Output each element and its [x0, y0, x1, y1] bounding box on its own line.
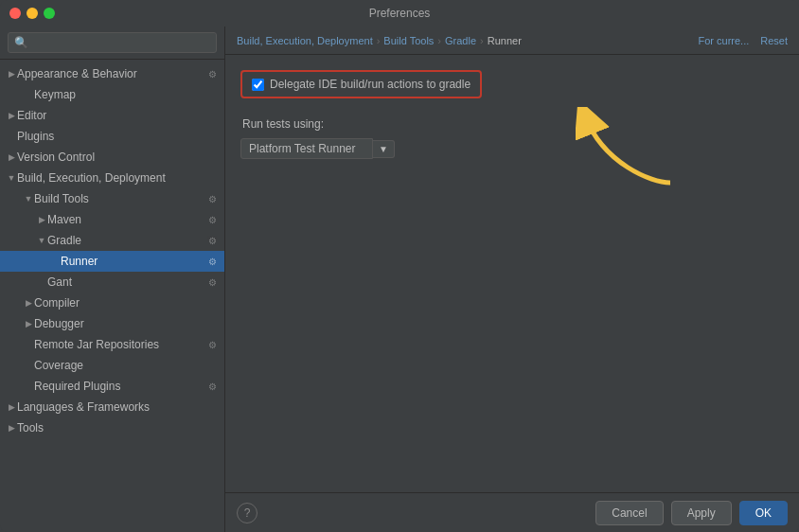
breadcrumb-for-current[interactable]: For curre... — [698, 35, 749, 46]
main-area: ▶Appearance & Behavior⚙Keymap▶EditorPlug… — [0, 27, 799, 532]
remote-jar-label: Remote Jar Repositories — [34, 338, 205, 351]
breadcrumb-reset[interactable]: Reset — [760, 35, 788, 46]
debugger-label: Debugger — [34, 317, 219, 330]
sidebar-item-gant[interactable]: Gant⚙ — [0, 272, 224, 293]
minimize-button[interactable] — [27, 8, 38, 19]
sidebar-item-gradle[interactable]: ▼Gradle⚙ — [0, 230, 224, 251]
plugins-arrow-icon — [6, 131, 17, 142]
tools-label: Tools — [17, 421, 219, 434]
sidebar-item-version-control[interactable]: ▶Version Control — [0, 147, 224, 168]
build-tools-label: Build Tools — [34, 192, 205, 205]
run-tests-dropdown-row: Platform Test RunnerGradleIntelliJ IDEA … — [240, 138, 784, 159]
sidebar-item-build-tools[interactable]: ▼Build Tools⚙ — [0, 188, 224, 209]
ok-button[interactable]: OK — [739, 501, 788, 525]
appearance-label: Appearance & Behavior — [17, 67, 205, 80]
compiler-arrow-icon: ▶ — [23, 297, 34, 309]
sidebar-item-required-plugins[interactable]: Required Plugins⚙ — [0, 376, 224, 397]
maximize-button[interactable] — [44, 8, 55, 19]
breadcrumb-build-tools[interactable]: Build Tools — [383, 35, 434, 46]
search-input[interactable] — [8, 32, 217, 53]
close-button[interactable] — [9, 8, 21, 19]
languages-arrow-icon: ▶ — [6, 401, 17, 413]
gant-settings-icon: ⚙ — [205, 275, 219, 289]
editor-label: Editor — [17, 109, 219, 122]
build-tools-settings-icon: ⚙ — [205, 192, 219, 205]
breadcrumb-bar: Build, Execution, Deployment › Build Too… — [225, 27, 799, 55]
help-button[interactable]: ? — [237, 503, 257, 523]
required-plugins-settings-icon: ⚙ — [205, 380, 219, 393]
coverage-arrow-icon — [23, 360, 34, 371]
title-bar: Preferences — [0, 0, 799, 27]
sidebar-item-maven[interactable]: ▶Maven⚙ — [0, 209, 224, 230]
gradle-settings-icon: ⚙ — [205, 234, 219, 247]
breadcrumb-sep-2: › — [437, 35, 441, 46]
appearance-arrow-icon: ▶ — [6, 68, 17, 80]
sidebar-item-compiler[interactable]: ▶Compiler — [0, 293, 224, 313]
maven-settings-icon: ⚙ — [205, 213, 219, 226]
sidebar-item-build-execution[interactable]: ▼Build, Execution, Deployment — [0, 168, 224, 188]
breadcrumb-runner: Runner — [488, 35, 522, 46]
content-panel: Build, Execution, Deployment › Build Too… — [225, 27, 799, 532]
gradle-label: Gradle — [47, 234, 205, 247]
coverage-label: Coverage — [34, 359, 219, 372]
remote-jar-arrow-icon — [23, 339, 34, 350]
sidebar-item-runner[interactable]: Runner⚙ — [0, 251, 224, 272]
sidebar-item-languages[interactable]: ▶Languages & Frameworks — [0, 397, 224, 417]
search-bar — [0, 27, 224, 60]
dropdown-arrow-button[interactable]: ▼ — [373, 140, 395, 158]
build-tools-arrow-icon: ▼ — [23, 193, 34, 204]
build-execution-label: Build, Execution, Deployment — [17, 171, 219, 185]
breadcrumb-sep-1: › — [377, 35, 381, 46]
gant-label: Gant — [47, 275, 205, 289]
sidebar-item-tools[interactable]: ▶Tools — [0, 417, 224, 438]
sidebar-item-coverage[interactable]: Coverage — [0, 355, 224, 376]
delegate-label: Delegate IDE build/run actions to gradle — [270, 78, 471, 91]
apply-button[interactable]: Apply — [671, 501, 732, 525]
appearance-settings-icon: ⚙ — [205, 67, 219, 80]
plugins-label: Plugins — [17, 130, 219, 143]
nav-tree: ▶Appearance & Behavior⚙Keymap▶EditorPlug… — [0, 60, 224, 532]
sidebar-item-editor[interactable]: ▶Editor — [0, 105, 224, 126]
runner-label: Runner — [61, 255, 205, 268]
tools-arrow-icon: ▶ — [6, 422, 17, 434]
keymap-arrow-icon — [23, 89, 34, 100]
maven-label: Maven — [47, 213, 205, 226]
compiler-label: Compiler — [34, 296, 219, 310]
editor-arrow-icon: ▶ — [6, 110, 17, 121]
keymap-label: Keymap — [34, 88, 219, 101]
preferences-window: Preferences ▶Appearance & Behavior⚙Keyma… — [0, 0, 799, 532]
gradle-arrow-icon: ▼ — [36, 235, 47, 246]
bottom-bar: ? Cancel Apply OK — [225, 492, 799, 532]
run-tests-label: Run tests using: — [242, 117, 784, 131]
runner-settings-icon: ⚙ — [205, 255, 219, 268]
sidebar-item-appearance[interactable]: ▶Appearance & Behavior⚙ — [0, 63, 224, 84]
required-plugins-label: Required Plugins — [34, 380, 205, 393]
version-control-arrow-icon: ▶ — [6, 151, 17, 163]
build-execution-arrow-icon: ▼ — [6, 172, 17, 184]
runner-arrow-icon — [49, 256, 61, 267]
content-body: Delegate IDE build/run actions to gradle… — [225, 55, 799, 492]
required-plugins-arrow-icon — [23, 381, 34, 392]
window-title: Preferences — [369, 7, 431, 20]
run-tests-select[interactable]: Platform Test RunnerGradleIntelliJ IDEA — [240, 138, 373, 159]
sidebar-item-plugins[interactable]: Plugins — [0, 126, 224, 147]
sidebar-item-debugger[interactable]: ▶Debugger — [0, 313, 224, 334]
breadcrumb-build-execution[interactable]: Build, Execution, Deployment — [237, 35, 373, 46]
sidebar: ▶Appearance & Behavior⚙Keymap▶EditorPlug… — [0, 27, 225, 532]
cancel-button[interactable]: Cancel — [595, 501, 663, 525]
gant-arrow-icon — [36, 276, 47, 288]
languages-label: Languages & Frameworks — [17, 400, 219, 414]
maven-arrow-icon: ▶ — [36, 214, 47, 225]
debugger-arrow-icon: ▶ — [23, 318, 34, 329]
breadcrumb-sep-3: › — [480, 35, 484, 46]
delegate-checkbox-row: Delegate IDE build/run actions to gradle — [240, 70, 482, 98]
version-control-label: Version Control — [17, 151, 219, 164]
sidebar-item-keymap[interactable]: Keymap — [0, 84, 224, 105]
traffic-lights — [9, 8, 55, 19]
run-tests-section: Run tests using: Platform Test RunnerGra… — [240, 117, 784, 159]
remote-jar-settings-icon: ⚙ — [205, 338, 219, 351]
delegate-checkbox[interactable] — [252, 79, 264, 91]
sidebar-item-remote-jar[interactable]: Remote Jar Repositories⚙ — [0, 334, 224, 355]
breadcrumb-gradle[interactable]: Gradle — [445, 35, 476, 46]
